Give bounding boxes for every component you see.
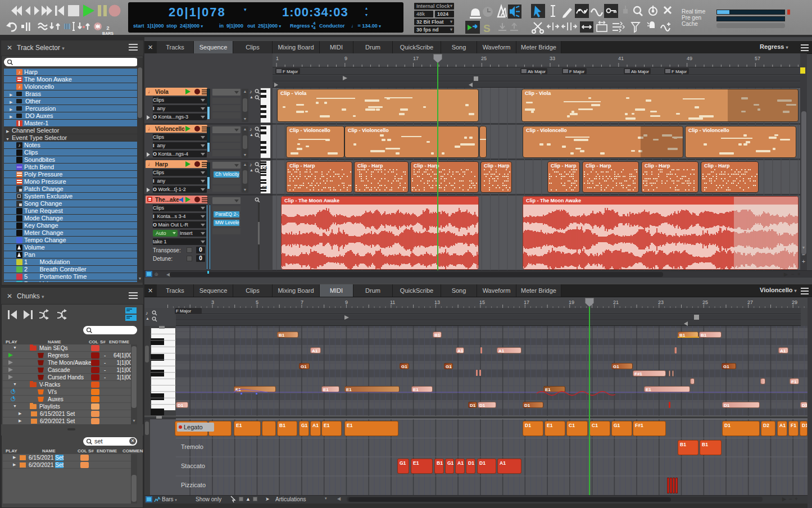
svg-text:S: S xyxy=(483,22,491,34)
